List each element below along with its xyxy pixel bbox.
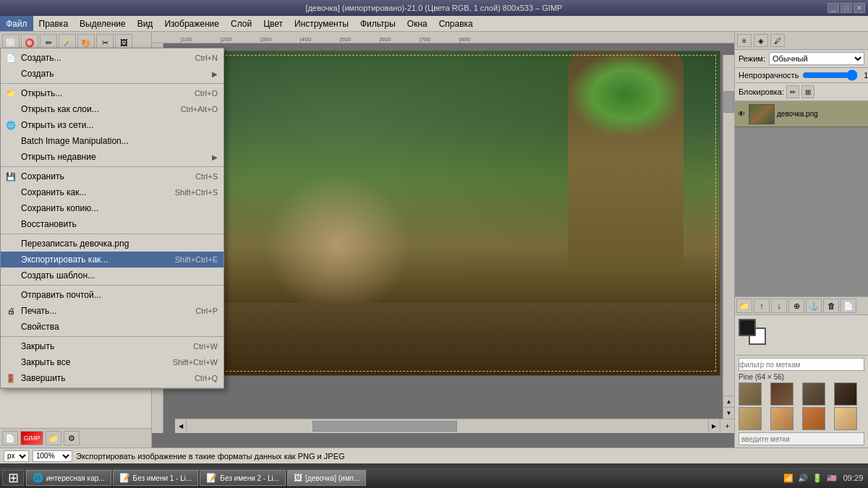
channels-icon-button[interactable]: ◈ [754, 34, 768, 47]
save-copy-label: Сохранить копию... [21, 203, 218, 213]
open-label: Открыть... [21, 88, 180, 98]
opacity-slider[interactable] [802, 70, 860, 80]
pattern-swatch[interactable] [834, 382, 857, 406]
vscroll-up-button[interactable]: ▲ [723, 395, 734, 407]
dd-item-open[interactable]: 📁 Открыть... Ctrl+O [1, 85, 224, 101]
pattern-swatch[interactable] [802, 407, 825, 430]
dd-item-create-sub[interactable]: Создать ▶ [1, 66, 224, 82]
tray-icon-flags[interactable]: 🇺🇸 [826, 472, 838, 484]
raise-layer-button[interactable]: ↑ [754, 299, 770, 313]
lock-pixels-button[interactable]: ✏ [786, 85, 799, 98]
dd-item-create-template[interactable]: Создать шаблон... [1, 267, 224, 283]
menu-file[interactable]: Файл [0, 16, 33, 31]
dd-item-open-as-layers[interactable]: Открыть как слои... Ctrl+Alt+O [1, 101, 224, 117]
opacity-row: Непрозрачность 100,0 [735, 68, 868, 83]
paths-icon-button[interactable]: 🖊 [770, 34, 785, 47]
layer-name: девочка.png [777, 110, 867, 118]
dd-item-properties[interactable]: Свойства [1, 319, 224, 335]
dd-item-close-all[interactable]: Закрыть все Shift+Ctrl+W [1, 354, 224, 370]
menubar: Файл Правка Выделение Вид Изображение Сл… [0, 16, 868, 32]
folder-button[interactable]: 📁 [46, 431, 61, 445]
statusbar: px mm in 100% 50% 200% Экспортировать из… [0, 448, 868, 463]
menu-filters[interactable]: Фильтры [354, 16, 401, 31]
menu-view[interactable]: Вид [132, 16, 159, 31]
layer-visibility-toggle[interactable]: 👁 [736, 109, 746, 119]
layers-icon-button[interactable]: ≡ [737, 34, 752, 47]
close-button[interactable]: ✕ [854, 3, 865, 13]
menu-image[interactable]: Изображение [158, 16, 225, 31]
maximize-button[interactable]: □ [841, 3, 852, 13]
tray-icon-volume[interactable]: 🔊 [797, 472, 809, 484]
save-as-icon [5, 187, 17, 198]
pattern-swatch[interactable] [834, 407, 857, 430]
delete-layer-button[interactable]: 🗑 [823, 299, 839, 313]
taskbar-item-0[interactable]: 🌐 интересная кар... [26, 470, 111, 486]
restore-label: Восстановить [21, 219, 218, 229]
canvas-expand-button[interactable]: + [720, 419, 734, 433]
new-layer-button[interactable]: 📄 [841, 299, 856, 313]
dd-item-export-as[interactable]: Экспортировать как... Shift+Ctrl+E [1, 252, 224, 267]
dd-item-quit[interactable]: 🚪 Завершить Ctrl+Q [1, 370, 224, 386]
duplicate-layer-button[interactable]: ⊕ [788, 299, 804, 313]
anchor-layer-button[interactable]: ⚓ [806, 299, 822, 313]
mode-select[interactable]: Обычный Умножение Экран [769, 52, 864, 65]
fg-color-swatch[interactable] [739, 319, 756, 336]
new-group-layer-button[interactable]: 📁 [736, 299, 752, 313]
dd-item-close[interactable]: Закрыть Ctrl+W [1, 338, 224, 354]
horizontal-scrollbar[interactable]: ◀ ▶ + [175, 419, 734, 433]
unit-select[interactable]: px mm in [4, 450, 29, 462]
dd-item-save[interactable]: 💾 Сохранить Ctrl+S [1, 168, 224, 184]
menu-color[interactable]: Цвет [258, 16, 289, 31]
taskbar-item-2[interactable]: 📝 Без имени 2 - Li... [200, 470, 286, 486]
vscroll-down-button[interactable]: ▼ [723, 407, 734, 419]
dd-item-overwrite[interactable]: Перезаписать девочка.png [1, 236, 224, 252]
menu-tools[interactable]: Инструменты [289, 16, 354, 31]
dd-item-restore[interactable]: Восстановить [1, 216, 224, 232]
zoom-select[interactable]: 100% 50% 200% [33, 450, 72, 462]
dd-item-open-recent[interactable]: Открыть недавние ▶ [1, 149, 224, 165]
dd-item-batch-image[interactable]: Batch Image Manipulation... [1, 133, 224, 149]
pattern-swatch[interactable] [739, 407, 762, 430]
hscroll-thumb[interactable] [312, 421, 457, 432]
hscroll-right-button[interactable]: ▶ [708, 419, 720, 433]
save-icon: 💾 [5, 171, 17, 182]
vertical-scrollbar[interactable]: ▼ ▲ [723, 55, 734, 419]
menu-edit[interactable]: Правка [33, 16, 75, 31]
canvas-image[interactable] [178, 51, 720, 376]
dd-item-save-as[interactable]: Сохранить как... Shift+Ctrl+S [1, 184, 224, 200]
dd-item-save-copy[interactable]: Сохранить копию... [1, 200, 224, 216]
new-image-button[interactable]: 📄 [2, 431, 18, 445]
open-layers-label: Открыть как слои... [21, 104, 166, 114]
minimize-button[interactable]: _ [827, 3, 839, 13]
dd-item-open-from-network[interactable]: 🌐 Открыть из сети... [1, 117, 224, 133]
dd-item-email[interactable]: Отправить почтой... [1, 287, 224, 303]
gimp-icon-button[interactable]: GIMP [20, 431, 43, 445]
tray-icon-battery[interactable]: 🔋 [812, 472, 823, 484]
settings-button[interactable]: ⚙ [64, 431, 80, 445]
dd-item-create[interactable]: 📄 Создать... Ctrl+N [1, 50, 224, 66]
menu-help[interactable]: Справка [433, 16, 479, 31]
pattern-swatch[interactable] [770, 382, 793, 406]
menu-layer[interactable]: Слой [225, 16, 258, 31]
quit-icon: 🚪 [5, 372, 17, 384]
dd-item-print[interactable]: 🖨 Печать... Ctrl+P [1, 303, 224, 319]
lower-layer-button[interactable]: ↓ [771, 299, 787, 313]
open-recent-label: Открыть недавние [21, 152, 212, 162]
pattern-swatch[interactable] [770, 407, 793, 430]
pattern-tags-input[interactable] [739, 432, 864, 445]
taskbar-item-3[interactable]: 🖼 [девочка] (имп... [287, 470, 366, 486]
tray-icon-network[interactable]: 📶 [783, 472, 794, 484]
pattern-filter-input[interactable] [739, 358, 864, 371]
vscroll-thumb[interactable] [723, 91, 734, 113]
canvas-container: |100 |200 |300 |400 |500 |600 |700 |800 … [152, 32, 734, 448]
start-button[interactable]: ⊞ [2, 470, 24, 486]
lock-position-button[interactable]: ⊞ [801, 85, 814, 98]
menu-select[interactable]: Выделение [74, 16, 132, 31]
pattern-swatch[interactable] [739, 382, 762, 406]
taskbar-item-1[interactable]: 📝 Без имени 1 - Li... [113, 470, 199, 486]
pattern-swatch[interactable] [802, 382, 825, 406]
hscroll-left-button[interactable]: ◀ [175, 419, 187, 433]
titlebar-buttons: _ □ ✕ [827, 3, 865, 13]
menu-windows[interactable]: Окна [401, 16, 433, 31]
quit-label: Завершить [21, 373, 180, 383]
